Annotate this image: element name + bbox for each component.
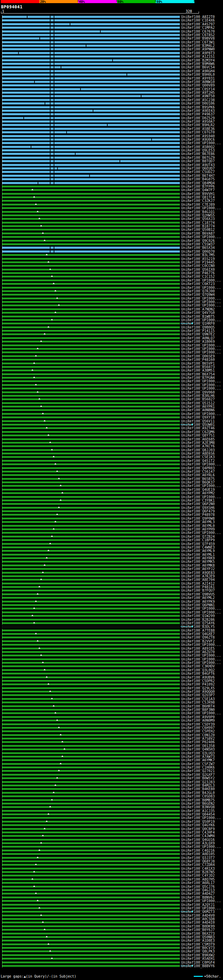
hit-label[interactable]: UniRef100_B6VA87 [181, 232, 215, 235]
hit-bar[interactable] [2, 708, 180, 711]
hit-label[interactable]: UniRef100_A6YPK9 [181, 600, 215, 603]
hit-bar[interactable] [2, 622, 180, 624]
hit-bar[interactable] [2, 250, 180, 253]
hit-bar[interactable] [2, 597, 180, 599]
hit-bar[interactable] [2, 369, 180, 372]
hit-label[interactable]: UniRef100_A6YRK9 [181, 557, 215, 560]
hit-bar[interactable] [2, 907, 180, 909]
hit-label[interactable]: UniRef100_A5B0Q2 [181, 145, 215, 148]
hit-label[interactable]: UniRef100_Q84MQ4 [181, 181, 215, 185]
hit-bar[interactable] [2, 611, 180, 614]
hit-label[interactable]: UniRef100_Q50B12 [181, 228, 215, 231]
hit-label[interactable]: UniRef100_A6YPR1 [181, 405, 215, 408]
hit-label[interactable]: UniRef100_UPI000... [181, 816, 221, 819]
hit-label[interactable]: UniRef100_A9UBV6 [181, 676, 215, 679]
hit-label[interactable]: UniRef100_A5AEH1 [181, 957, 215, 960]
hit-bar[interactable] [2, 506, 180, 509]
hit-label[interactable]: UniRef100_UPI000... [181, 351, 221, 354]
hit-label[interactable]: UniRef100_A8I2T0 [181, 15, 215, 18]
hit-label[interactable]: UniRef100_D0Z529 [181, 116, 215, 119]
hit-label[interactable]: UniRef100_A2QYJ1 [181, 903, 215, 906]
hit-bar[interactable] [2, 716, 180, 718]
hit-bar[interactable] [2, 377, 180, 379]
hit-label[interactable]: UniRef100_A7S8V2 [181, 737, 215, 740]
hit-label[interactable]: UniRef100_C4R1X3 [181, 867, 215, 870]
hit-label[interactable]: UniRef100_C4JHF4 [181, 831, 215, 834]
hit-label[interactable]: UniRef100_B9HLR2 [181, 123, 215, 127]
hit-bar[interactable] [2, 409, 180, 411]
hit-bar[interactable] [2, 146, 180, 148]
hit-bar[interactable] [2, 842, 180, 845]
hit-label[interactable]: UniRef100_A1CJ35 [181, 809, 215, 813]
hit-bar[interactable] [2, 658, 180, 660]
hit-label[interactable]: UniRef100_B65VP1 [181, 362, 215, 365]
hit-bar[interactable] [2, 676, 180, 679]
hit-bar[interactable] [2, 319, 180, 321]
hit-bar[interactable] [2, 546, 180, 549]
hit-label[interactable]: UniRef100_C1C152 [181, 275, 215, 278]
hit-bar[interactable] [2, 452, 180, 455]
hit-bar[interactable] [2, 802, 180, 805]
hit-bar[interactable] [2, 593, 180, 595]
hit-label[interactable]: UniRef100_A0NBN6 [181, 409, 215, 412]
hit-label[interactable]: UniRef100_P41092 [181, 683, 215, 686]
hit-bar[interactable] [2, 528, 180, 530]
hit-label[interactable]: UniRef100_C18774 [181, 221, 215, 224]
hit-label[interactable]: UniRef100_B65B75 [181, 477, 215, 480]
hit-bar[interactable] [2, 694, 180, 696]
hit-bar[interactable] [2, 478, 180, 480]
hit-bar[interactable] [2, 45, 180, 47]
hit-label[interactable]: UniRef100_A2E3M8 [181, 441, 215, 444]
hit-label[interactable]: UniRef100_B8NV62 [181, 896, 215, 899]
hit-label[interactable]: UniRef100_C0PGF4 [181, 961, 215, 964]
hit-label[interactable]: UniRef100_C0CCN0 [181, 264, 215, 267]
hit-label[interactable]: UniRef100_UPI000... [181, 142, 221, 145]
hit-label[interactable]: UniRef100_B4MZL3 [181, 784, 215, 787]
hit-label[interactable]: UniRef100_Q3LUQ3 [181, 752, 215, 755]
hit-label[interactable]: UniRef100_Q56V11 [181, 420, 215, 423]
hit-label[interactable]: UniRef100_Q4GJ13 [181, 889, 215, 892]
hit-label[interactable]: UniRef100_A7NDN2 [181, 308, 215, 311]
hit-label[interactable]: UniRef100_C67670 [181, 30, 215, 33]
hit-bar[interactable] [2, 192, 180, 195]
hit-bar[interactable] [2, 283, 180, 285]
hit-label[interactable]: UniRef100_UPI000... [181, 344, 221, 347]
hit-bar[interactable] [2, 420, 180, 422]
hit-label[interactable]: UniRef100_C6T8S2 [181, 33, 215, 37]
hit-label[interactable]: UniRef100_Q51512 [181, 401, 215, 405]
hit-label[interactable]: UniRef100_A6YMK7 [181, 759, 215, 762]
hit-label[interactable]: UniRef100_B7PGN4 [181, 376, 215, 379]
hit-label[interactable]: UniRef100_A9UT43 [181, 163, 215, 167]
hit-bar[interactable] [2, 431, 180, 433]
hit-bar[interactable] [2, 690, 180, 693]
hit-label[interactable]: UniRef100_UPI000... [181, 899, 221, 902]
hit-bar[interactable] [2, 665, 180, 667]
hit-bar[interactable] [2, 395, 180, 397]
hit-bar[interactable] [2, 200, 180, 202]
hit-label[interactable]: UniRef100_B6VC54 [181, 66, 215, 69]
hit-bar[interactable] [2, 752, 180, 754]
hit-label[interactable]: UniRef100_A6ZU70 [181, 651, 215, 654]
hit-label[interactable]: UniRef100_C5E1K3 [181, 455, 215, 458]
hit-label[interactable]: UniRef100_Q27021 [181, 769, 215, 772]
hit-bar[interactable] [2, 308, 180, 310]
hit-bar[interactable] [2, 539, 180, 541]
hit-bar[interactable] [2, 896, 180, 899]
hit-label[interactable]: UniRef100_B4G075 [181, 178, 215, 181]
hit-bar[interactable] [2, 445, 180, 447]
hit-bar[interactable] [2, 496, 180, 498]
hit-bar[interactable] [2, 322, 180, 325]
hit-label[interactable]: UniRef100_Q1W299 [181, 614, 215, 617]
hit-bar[interactable] [2, 62, 180, 65]
hit-label[interactable]: UniRef100_A9EE43 [181, 109, 215, 112]
hit-label[interactable]: UniRef100_C6TGT0 [181, 131, 215, 134]
hit-bar[interactable] [2, 160, 180, 162]
hit-bar[interactable] [2, 669, 180, 671]
hit-bar[interactable] [2, 434, 180, 437]
hit-bar[interactable] [2, 110, 180, 112]
hit-label[interactable]: UniRef100_B3NVQ8 [181, 805, 215, 808]
hit-label[interactable]: UniRef100_Q50P19 [181, 820, 215, 823]
hit-bar[interactable] [2, 918, 180, 920]
hit-bar[interactable] [2, 113, 180, 115]
hit-bar[interactable] [2, 460, 180, 462]
